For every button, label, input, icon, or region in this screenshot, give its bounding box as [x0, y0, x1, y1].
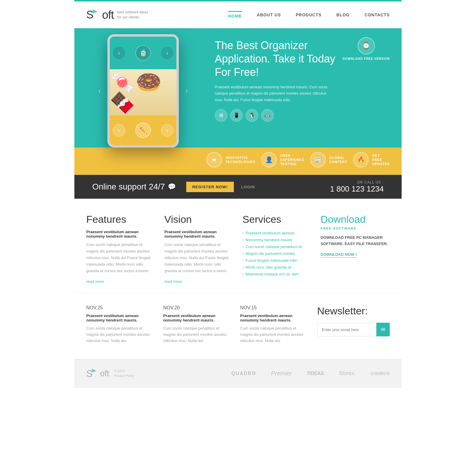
blog-post-2: NOV.20 Praesent vestibulum aenean nonumm…: [163, 305, 231, 344]
main-content: Features Praesent vestibulum aenean nonu…: [74, 199, 402, 293]
service-item-1[interactable]: ›Praesent vestibulum aenean: [242, 230, 312, 236]
blog-date-1: NOV.25: [86, 305, 154, 311]
download-label: DOWNLOAD FREE VERSION: [343, 57, 390, 61]
footer-partners: QUADRO Premier 7IDEAS Storex. credens: [231, 370, 390, 377]
footer-logo[interactable]: S oft © 2014 Privacy Policy: [86, 368, 134, 380]
feature-global: 📰 GLOBAL CONTENT: [310, 152, 347, 167]
blog-newsletter: NOV.25 Praesent vestibulum aenean nonumm…: [74, 293, 402, 359]
innovative-icon: ★: [206, 152, 222, 167]
platform-windows[interactable]: ⊞: [215, 109, 227, 122]
download-subtitle: FREE SOFTWARE: [321, 227, 390, 230]
tablet-prev-bot[interactable]: ‹: [113, 124, 125, 137]
tablet-next-bot[interactable]: ›: [161, 124, 173, 137]
partner-storex: Storex.: [339, 370, 356, 377]
tablet-next-btn[interactable]: ›: [161, 47, 173, 59]
header: S oft best software ideas for our client…: [74, 1, 402, 28]
blog-post-3: NOV.15 Praesent vestibulum aenean nonumm…: [240, 305, 308, 344]
feature-ux: 👤 USER EXPERIENCE TESTING: [261, 152, 304, 167]
newsletter-email-input[interactable]: [317, 323, 376, 336]
blog-heading-3: Praesent vestibulum aenean nonummy hendr…: [240, 313, 308, 322]
features-subtitle: Praesent vestibulum aenean nonummy hendr…: [86, 230, 156, 239]
footer-copyright: © 2014: [114, 369, 134, 373]
vision-body: Cum sociis natoque penatibus et magnis d…: [165, 242, 234, 274]
download-button[interactable]: DOWNLOAD NOW !: [321, 252, 357, 258]
nav-about[interactable]: ABOUT US: [257, 12, 281, 17]
tablet-mid: 🍬🍩🍫: [110, 69, 176, 115]
service-item-5[interactable]: ›Fusce feugiat malesuada odio: [242, 257, 312, 264]
logo-icon: S: [86, 8, 100, 21]
blog-body-3: Cum sociis natoque penatibus et magnis d…: [240, 325, 308, 344]
download-free-version[interactable]: ⌚ DOWNLOAD FREE VERSION: [343, 37, 390, 61]
tablet-top: ‹ 🍵 ›: [110, 37, 176, 69]
logo-tagline: best software ideas for our clients: [117, 10, 150, 20]
newsletter-form: ✉: [317, 323, 390, 336]
feature-updates: 🔥 GET FREE UPDATES: [353, 152, 390, 167]
hero-title: The Best Organizer Application. Take it …: [215, 39, 340, 79]
features-body: Cum sociis natoque penatibus et magnis d…: [86, 242, 156, 274]
nav-products[interactable]: PRODUCTS: [296, 12, 322, 17]
features-row: ★ INNOVATIVE TECHNOLOGIES 👤 USER EXPERIE…: [74, 148, 402, 175]
newsletter-submit-button[interactable]: ✉: [376, 323, 390, 336]
phone-number: 1 800 123 1234: [330, 184, 384, 194]
blog-date-2: NOV.20: [163, 305, 231, 311]
blog-heading-1: Praesent vestibulum aenean nonummy hendr…: [86, 313, 154, 322]
hero-next-arrow[interactable]: ›: [186, 87, 188, 95]
services-title: Services: [242, 214, 312, 225]
footer-privacy[interactable]: Privacy Policy: [114, 374, 134, 377]
logo-text: oft: [102, 9, 114, 21]
global-label: GLOBAL CONTENT: [329, 156, 347, 164]
logo[interactable]: S oft best software ideas for our client…: [86, 8, 150, 21]
platform-android[interactable]: 🤖: [261, 109, 274, 122]
platform-mobile[interactable]: 📱: [230, 109, 243, 122]
chat-icon: 💬: [168, 183, 176, 191]
vision-read-more[interactable]: read more: [165, 279, 182, 284]
tablet-edit-icon: ✏️: [135, 123, 151, 138]
hero-section: ‹ › ‹ 🍵 › 🍬🍩🍫 ‹: [74, 28, 402, 175]
newsletter-section: Newsletter: ✉: [317, 305, 390, 344]
features-title: Features: [86, 214, 156, 225]
download-col: Download FREE SOFTWARE DOWNLOAD FREE PC …: [321, 214, 390, 284]
footer-logo-text: oft: [100, 369, 109, 378]
hero-left: ‹ › ‹ 🍵 › 🍬🍩🍫 ‹: [74, 28, 212, 148]
service-item-4[interactable]: ›Magnis dis parturient montes: [242, 250, 312, 257]
partner-credens: credens: [371, 370, 390, 377]
footer-logo-icon: S: [86, 368, 98, 380]
download-icon: ⌚: [358, 37, 375, 54]
nav-home[interactable]: HOME: [228, 11, 242, 18]
svg-marker-1: [93, 10, 98, 13]
tablet-center-icon: 🍵: [135, 45, 151, 61]
ux-icon: 👤: [261, 152, 277, 167]
nav-contacts[interactable]: CONTACTS: [364, 12, 390, 17]
ux-label: USER EXPERIENCE TESTING: [280, 153, 304, 166]
blog-body-1: Cum sociis natoque penatibus et magnis d…: [86, 325, 154, 344]
service-item-6[interactable]: ›Morbi nunc odio gravida at: [242, 264, 312, 271]
hero-description: Praesent vestibulum aenean nonummy hendr…: [215, 84, 328, 103]
nav-blog[interactable]: BLOG: [336, 12, 350, 17]
tablet-bot: ‹ ✏️ ›: [110, 115, 176, 145]
updates-label: GET FREE UPDATES: [372, 153, 390, 166]
register-button[interactable]: REGISTER NOW!: [186, 182, 234, 192]
platform-icons: ⊞ 📱 🐧 🤖: [215, 109, 396, 122]
service-item-7[interactable]: ›Maecenas tristique orci ac sem: [242, 271, 312, 277]
partner-7ideas: 7IDEAS: [307, 371, 324, 376]
support-bar: Online support 24/7 💬 REGISTER NOW! LOGI…: [74, 175, 402, 199]
features-read-more[interactable]: read more: [86, 279, 104, 284]
call-label: OR CALL US :: [330, 180, 384, 184]
hero-prev-arrow[interactable]: ‹: [98, 87, 101, 95]
platform-linux[interactable]: 🐧: [246, 109, 258, 122]
partner-quadro: QUADRO: [231, 371, 256, 376]
partner-premier: Premier: [271, 370, 292, 377]
service-item-2[interactable]: ›Nonummy hendrerit mauris: [242, 236, 312, 243]
hero-right: The Best Organizer Application. Take it …: [212, 28, 402, 148]
login-link[interactable]: LOGIN: [241, 185, 255, 189]
footer: S oft © 2014 Privacy Policy QUADRO Premi…: [74, 359, 402, 388]
download-description: DOWNLOAD FREE PC MANAGER SOFTWARE. EASY …: [321, 235, 390, 247]
tablet-prev-btn[interactable]: ‹: [113, 47, 125, 59]
service-item-3[interactable]: ›Cum sociis natoque penatibus et: [242, 243, 312, 250]
tablet-mockup: ‹ 🍵 › 🍬🍩🍫 ‹ ✏️ ›: [107, 34, 179, 148]
blog-date-3: NOV.15: [240, 305, 308, 311]
blog-heading-2: Praesent vestibulum aenean nonummy hendr…: [163, 313, 231, 322]
feature-innovative: ★ INNOVATIVE TECHNOLOGIES: [206, 152, 255, 167]
updates-icon: 🔥: [353, 152, 369, 167]
services-list: ›Praesent vestibulum aenean ›Nonummy hen…: [242, 230, 312, 277]
